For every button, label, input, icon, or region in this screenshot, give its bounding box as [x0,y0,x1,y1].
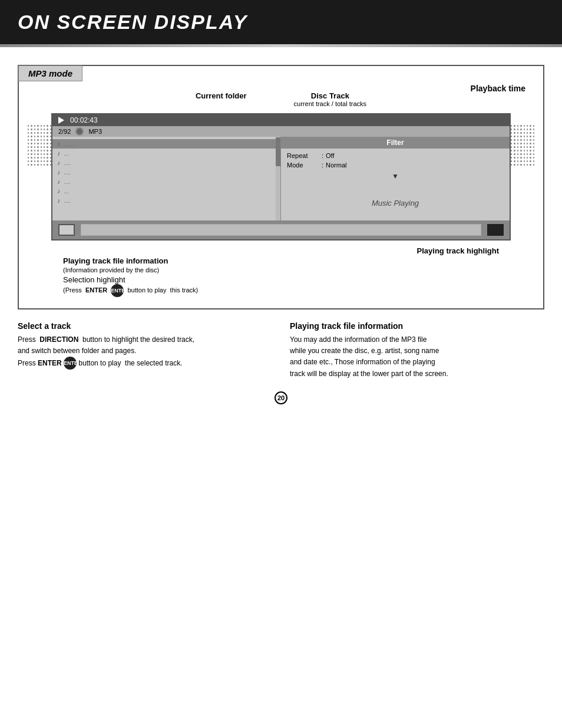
music-note-icon: ♪ [57,178,61,185]
filter-bar: Filter [281,137,510,149]
file-list-panel: ♪ ...... ♪ ... ♪ .... ♪ [52,137,281,220]
file-item: ♪ .... [52,196,280,205]
screen-outer: 00:02:43 2/92 MP3 ♪ ...... [28,113,534,241]
play-icon [58,117,64,124]
playing-track-info-text: You may add the information of the MP3 f… [290,334,544,380]
bottom-bar-input [81,224,481,236]
file-item: ♪ .... [52,177,280,186]
select-track-text: Press DIRECTION button to highlight the … [18,334,272,370]
selection-highlight-sub: (Press ENTER ENTER button to play this t… [63,286,198,294]
disc-icon [75,127,84,136]
file-item-text: .... [64,179,71,185]
two-col-section: Select a track Press DIRECTION button to… [18,321,544,380]
playback-time-label: Playback time [471,84,525,93]
disc-track-label: Disc Track current track / total tracks [294,91,366,107]
page-title: ON SCREEN DISPLAY [18,11,544,34]
select-track-text3: Press ENTER ENTER button to play the sel… [18,359,182,367]
scrollbar-thumb [276,137,280,167]
file-item-text: ... [64,188,69,195]
file-item: ♪ .... [52,158,280,167]
content-area: MP3 mode Playback time Current folder Di… [0,59,562,416]
music-playing-text: Music Playing [372,199,419,207]
repeat-colon: : [322,152,323,159]
music-note-icon: ♪ [57,159,61,166]
track-label: MP3 [88,128,102,135]
select-track-section: Select a track Press DIRECTION button to… [18,321,272,380]
track-fraction: 2/92 [58,128,71,135]
mode-value: Normal [326,162,346,169]
main-screen: 00:02:43 2/92 MP3 ♪ ...... [51,113,511,241]
file-item-text: .... [64,197,71,204]
file-item: ♪ ... [52,186,280,196]
annotations-area: Playing track highlight Playing track fi… [28,241,534,297]
playing-track-info-section: Playing track file information You may a… [290,321,544,380]
selection-highlight-label: Selection highlight [63,275,125,284]
track-info-bar: 2/92 MP3 [52,126,510,137]
page-header: ON SCREEN DISPLAY [0,0,562,44]
music-note-icon: ♪ [57,140,61,147]
header-underline [0,44,562,47]
right-dot-column [511,113,534,241]
screen-bottom-bar [52,220,510,239]
right-panel: Filter Repeat : Off Mode : Normal [281,137,510,220]
bottom-button-1[interactable] [58,224,75,236]
filter-options: Repeat : Off Mode : Normal ▼ [281,149,510,185]
repeat-label: Repeat [287,152,319,159]
file-item: ♪ ... [52,149,280,158]
music-note-icon: ♪ [57,197,61,204]
music-note-icon: ♪ [57,169,61,176]
time-display: 00:02:43 [70,116,98,124]
select-track-text2: and switch between folder and pages. [18,347,136,355]
select-track-text1: Press DIRECTION button to highlight the … [18,335,194,344]
enter-badge: ENTER [64,357,77,370]
current-folder-label: Current folder [196,91,247,107]
file-item-text: .... [64,160,71,166]
page-number: 20 [275,391,287,404]
bottom-button-dark[interactable] [487,224,504,236]
repeat-value: Off [326,152,334,159]
repeat-row: Repeat : Off [287,152,504,159]
music-playing-area: Music Playing [281,185,510,220]
scrollbar[interactable] [276,137,280,220]
playing-track-highlight-label: Playing track highlight [417,246,499,255]
enter-badge-small: ENTER [111,284,124,297]
mode-label: Mode [287,162,319,169]
screen-topbar: 00:02:43 [52,114,510,126]
music-note-icon: ♪ [57,187,61,195]
file-item-text: .... [64,169,71,176]
select-track-heading: Select a track [18,321,272,331]
left-dot-column [28,113,51,241]
playing-track-info-heading: Playing track file information [290,321,544,331]
page-number-area: 20 [18,391,544,404]
playing-track-info-sub: (Information provided by the disc) [63,266,159,274]
mp3-mode-label: MP3 mode [18,65,82,81]
down-arrow-icon: ▼ [287,171,504,182]
music-note-icon: ♪ [57,150,61,157]
file-item-text: ...... [64,141,74,147]
diagram-box: MP3 mode Playback time Current folder Di… [18,65,544,309]
mode-colon: : [322,162,323,169]
file-item: ♪ .... [52,167,280,177]
mode-row: Mode : Normal [287,162,504,169]
playing-track-info-label: Playing track file information [63,256,168,265]
file-item: ♪ ...... [52,139,280,149]
file-item-text: ... [64,150,69,157]
screen-content: ♪ ...... ♪ ... ♪ .... ♪ [52,137,510,220]
